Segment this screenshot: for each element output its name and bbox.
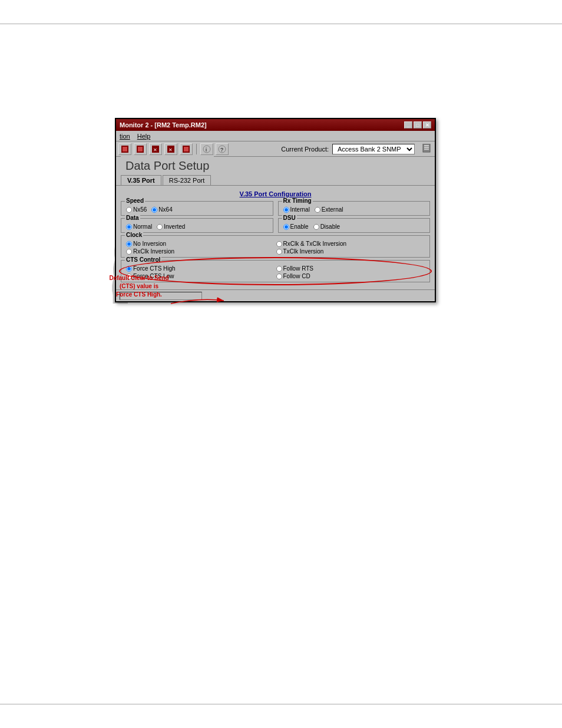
- menu-item-action[interactable]: tion: [120, 133, 130, 140]
- clock-no-inversion[interactable]: No Inversion: [126, 241, 275, 247]
- toolbar-btn-3[interactable]: ✕: [149, 143, 162, 155]
- data-inverted[interactable]: Inverted: [157, 223, 185, 230]
- v35-section-title: V.35 Port Configuration: [121, 190, 430, 197]
- svg-rect-17: [424, 149, 429, 150]
- cts-follow-cd-radio[interactable]: [276, 274, 282, 279]
- toolbar-btn-5[interactable]: [180, 143, 193, 155]
- speed-nx56[interactable]: Nx56: [126, 206, 147, 213]
- speed-group: Speed Nx56 Nx64: [121, 201, 273, 216]
- speed-nx64-label: Nx64: [158, 206, 172, 213]
- cts-group-title: CTS Control: [125, 256, 161, 263]
- rx-timing-group-title: Rx Timing: [282, 197, 313, 204]
- cts-follow-cd[interactable]: Follow CD: [276, 273, 425, 279]
- maximize-button[interactable]: □: [414, 121, 422, 129]
- toolbar-icon-right: [421, 143, 432, 155]
- svg-rect-16: [424, 147, 429, 148]
- rx-internal[interactable]: Internal: [283, 206, 310, 213]
- dsu-disable[interactable]: Disable: [313, 223, 340, 230]
- rx-internal-radio[interactable]: [283, 207, 289, 213]
- bottom-rule: [0, 704, 562, 704]
- rx-external-label: External: [322, 206, 343, 213]
- svg-point-10: [203, 146, 210, 153]
- data-normal-radio[interactable]: [126, 224, 132, 230]
- svg-rect-15: [424, 145, 429, 146]
- clock-rxclk-label: RxClk Inversion: [133, 248, 174, 255]
- svg-text:✕: ✕: [168, 147, 173, 153]
- cts-follow-cd-label: Follow CD: [283, 273, 310, 279]
- clock-no-inversion-radio[interactable]: [126, 241, 132, 247]
- tabs-bar: V.35 Port RS-232 Port: [116, 175, 435, 186]
- toolbar-separator: [196, 144, 197, 154]
- dsu-enable[interactable]: Enable: [283, 223, 309, 230]
- svg-rect-1: [123, 147, 127, 151]
- data-dsu-row: Data Normal Inverted DSU: [121, 218, 430, 233]
- minimize-button[interactable]: _: [404, 121, 412, 129]
- clock-rxclk[interactable]: RxClk Inversion: [126, 248, 275, 255]
- speed-nx64-radio[interactable]: [151, 207, 157, 213]
- close-button[interactable]: ✕: [423, 121, 431, 129]
- svg-rect-3: [138, 147, 143, 151]
- window-title: Monitor 2 - [RM2 Temp.RM2]: [120, 121, 207, 129]
- clock-txclk-radio[interactable]: [276, 249, 282, 255]
- cts-force-high-label: Force CTS High: [133, 265, 176, 272]
- speed-options: Nx56 Nx64: [126, 206, 268, 213]
- page-title: Data Port Setup: [121, 156, 214, 174]
- dsu-enable-label: Enable: [290, 223, 309, 230]
- clock-group: Clock No Inversion RxClk & TxClk Inversi…: [121, 235, 430, 258]
- cts-force-high[interactable]: Force CTS High: [126, 265, 275, 272]
- speed-nx64[interactable]: Nx64: [151, 206, 172, 213]
- annotation-text: Default Clear to Send(CTS) value isForce…: [104, 274, 174, 299]
- toolbar-btn-2[interactable]: [134, 143, 147, 155]
- dsu-options: Enable Disable: [283, 223, 425, 230]
- data-inverted-label: Inverted: [164, 223, 185, 230]
- data-normal-label: Normal: [133, 223, 152, 230]
- dsu-disable-radio[interactable]: [313, 224, 319, 230]
- data-group-title: Data: [125, 215, 140, 221]
- speed-group-title: Speed: [125, 197, 145, 204]
- rx-timing-group: Rx Timing Internal External: [278, 201, 431, 216]
- data-inverted-radio[interactable]: [157, 224, 163, 230]
- current-product-label-text: Current Product:: [281, 146, 329, 153]
- rx-external-radio[interactable]: [315, 207, 320, 213]
- menu-item-help[interactable]: Help: [137, 133, 151, 140]
- svg-text:✕: ✕: [153, 147, 157, 153]
- svg-text:i: i: [206, 147, 207, 153]
- speed-nx56-radio[interactable]: [126, 207, 132, 213]
- top-rule: [0, 24, 562, 24]
- clock-txclk[interactable]: TxClk Inversion: [276, 248, 425, 255]
- dsu-disable-label: Disable: [320, 223, 340, 230]
- toolbar-btn-info[interactable]: i: [200, 143, 213, 155]
- speed-nx56-label: Nx56: [133, 206, 147, 213]
- clock-rxclk-txclk[interactable]: RxClk & TxClk Inversion: [276, 241, 425, 247]
- toolbar-btn-4[interactable]: ✕: [164, 143, 177, 155]
- clock-txclk-label: TxClk Inversion: [283, 248, 324, 255]
- rx-timing-options: Internal External: [283, 206, 425, 213]
- cts-force-high-radio[interactable]: [126, 266, 132, 272]
- data-group: Data Normal Inverted: [121, 218, 273, 233]
- svg-rect-9: [184, 147, 189, 151]
- dsu-enable-radio[interactable]: [283, 224, 289, 230]
- tab-v35-port[interactable]: V.35 Port: [121, 175, 161, 185]
- dsu-group-title: DSU: [282, 215, 297, 221]
- cts-follow-rts-radio[interactable]: [276, 266, 282, 272]
- current-product-area: Current Product: Access Bank 2 SNMP: [281, 144, 415, 154]
- current-product-select[interactable]: Access Bank 2 SNMP: [332, 144, 415, 154]
- tab-rs232-port[interactable]: RS-232 Port: [163, 175, 211, 185]
- title-bar: Monitor 2 - [RM2 Temp.RM2] _ □ ✕: [116, 119, 435, 131]
- page-title-area: Data Port Setup: [116, 157, 435, 175]
- rx-internal-label: Internal: [290, 206, 310, 213]
- clock-rxclk-txclk-label: RxClk & TxClk Inversion: [283, 241, 347, 247]
- rx-external[interactable]: External: [315, 206, 343, 213]
- menu-bar: tion Help: [116, 131, 435, 141]
- clock-no-inversion-label: No Inversion: [133, 241, 166, 247]
- cts-follow-rts[interactable]: Follow RTS: [276, 265, 425, 272]
- dsu-group: DSU Enable Disable: [278, 218, 431, 233]
- svg-text:?: ?: [220, 147, 223, 153]
- clock-rxclk-txclk-radio[interactable]: [276, 241, 282, 247]
- toolbar-btn-1[interactable]: [118, 143, 131, 155]
- clock-group-title: Clock: [125, 232, 143, 238]
- toolbar-btn-help[interactable]: ?: [216, 143, 229, 155]
- clock-rxclk-radio[interactable]: [126, 249, 132, 255]
- cts-follow-rts-label: Follow RTS: [283, 265, 314, 272]
- data-normal[interactable]: Normal: [126, 223, 152, 230]
